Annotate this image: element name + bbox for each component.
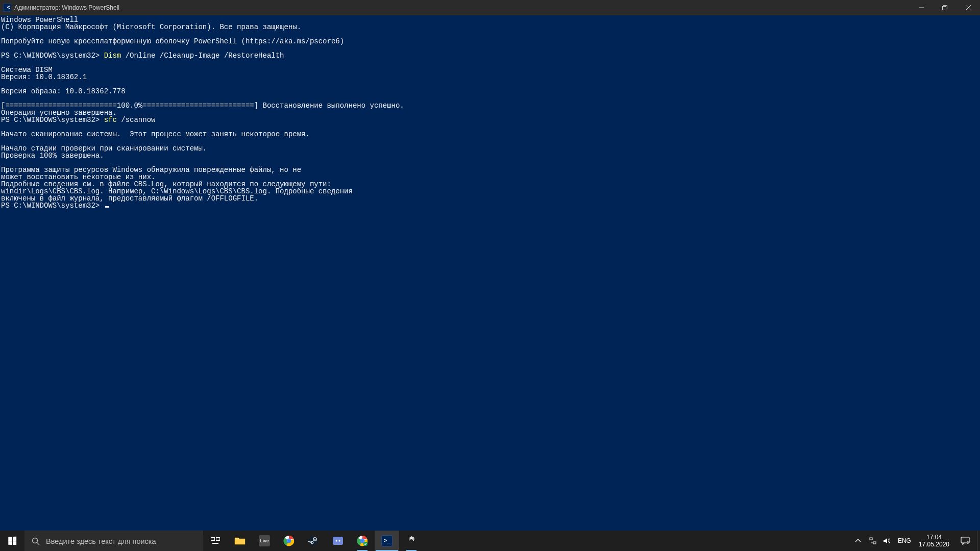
- search-box[interactable]: Введите здесь текст для поиска: [24, 531, 203, 551]
- svg-rect-3: [216, 538, 220, 541]
- svg-rect-0: [943, 7, 946, 10]
- folder-icon: [234, 535, 246, 547]
- svg-rect-13: [333, 537, 343, 545]
- svg-point-1: [33, 538, 38, 543]
- windows-logo-icon: [8, 537, 16, 545]
- live-icon: Live: [259, 535, 270, 546]
- tray-volume-button[interactable]: [880, 531, 894, 551]
- minimize-button[interactable]: [910, 0, 933, 15]
- tray-network-button[interactable]: [866, 531, 880, 551]
- task-view-button[interactable]: [203, 531, 228, 551]
- taskbar-app-discord[interactable]: [326, 531, 350, 551]
- search-icon: [32, 537, 40, 545]
- tray-language-button[interactable]: ENG: [894, 531, 915, 551]
- taskbar-app-chrome-canary[interactable]: [350, 531, 375, 551]
- svg-point-15: [339, 540, 340, 542]
- volume-icon: [883, 537, 891, 545]
- svg-text:2: 2: [967, 541, 969, 544]
- window-title: Администратор: Windows PowerShell: [14, 4, 119, 11]
- svg-point-19: [361, 539, 364, 542]
- task-view-icon: [211, 537, 220, 544]
- system-tray: ENG 17:04 17.05.2020 2: [850, 531, 980, 551]
- titlebar[interactable]: >_ Администратор: Windows PowerShell: [0, 0, 980, 15]
- svg-point-8: [287, 539, 290, 542]
- notification-icon: 2: [961, 537, 970, 545]
- svg-point-9: [308, 536, 318, 546]
- tray-notifications-button[interactable]: 2: [953, 531, 977, 551]
- search-placeholder: Введите здесь текст для поиска: [46, 537, 156, 545]
- start-button[interactable]: [0, 531, 24, 551]
- taskbar-app-file-explorer[interactable]: [228, 531, 252, 551]
- svg-point-21: [410, 539, 413, 542]
- maximize-button[interactable]: [933, 0, 957, 15]
- chrome-canary-icon: [356, 535, 369, 547]
- gear-icon: [405, 535, 418, 547]
- network-icon: [869, 537, 877, 545]
- tray-overflow-button[interactable]: [850, 531, 866, 551]
- taskbar-app-steam[interactable]: [301, 531, 326, 551]
- clock-time: 17:04: [926, 534, 942, 541]
- svg-rect-2: [211, 538, 215, 541]
- powershell-window: >_ Администратор: Windows PowerShell Win…: [0, 0, 980, 531]
- tray-clock[interactable]: 17:04 17.05.2020: [915, 531, 953, 551]
- svg-rect-22: [870, 538, 872, 540]
- svg-rect-4: [212, 543, 218, 544]
- discord-icon: [332, 535, 344, 547]
- taskbar-app-live[interactable]: Live: [252, 531, 277, 551]
- taskbar-app-chrome[interactable]: [277, 531, 301, 551]
- close-button[interactable]: [957, 0, 980, 15]
- chrome-icon: [283, 535, 295, 547]
- taskbar-app-settings[interactable]: [399, 531, 424, 551]
- steam-icon: [307, 535, 320, 547]
- show-desktop-button[interactable]: [977, 531, 980, 551]
- chevron-up-icon: [855, 539, 861, 542]
- clock-date: 17.05.2020: [919, 541, 949, 548]
- svg-rect-23: [873, 542, 876, 544]
- svg-point-11: [314, 539, 316, 540]
- console-output[interactable]: Windows PowerShell(C) Корпорация Майкрос…: [0, 15, 980, 531]
- taskbar-app-powershell[interactable]: >_: [375, 531, 399, 551]
- taskbar: Введите здесь текст для поиска Live >_ E…: [0, 531, 980, 551]
- powershell-taskbar-icon: >_: [381, 535, 393, 546]
- powershell-icon: >_: [3, 4, 11, 12]
- svg-point-14: [336, 540, 337, 542]
